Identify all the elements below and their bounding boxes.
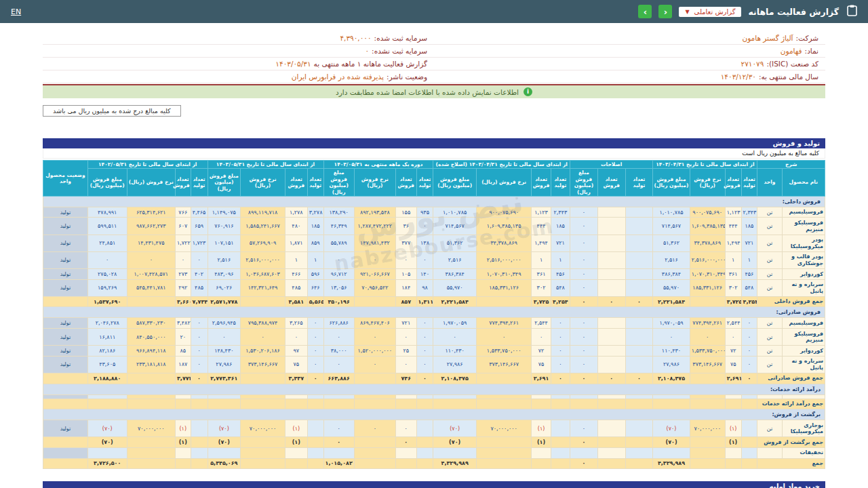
value-cell: ۱۸۵: [307, 218, 323, 235]
value-cell: ۰: [725, 329, 741, 346]
value-cell: ۷۲: [725, 346, 741, 357]
value-cell: ۱۱۰,۴۳۰: [433, 346, 476, 357]
value-cell: ۰: [354, 329, 395, 346]
value-cell: ۳,۷۷۴: [175, 373, 191, 384]
value-cell: ۱۸۵,۳۳۱,۱۲۶: [690, 279, 725, 296]
value-cell: ۱,۱۴۹,۰۷۵: [208, 207, 241, 218]
value-cell: [476, 399, 532, 409]
product-name: جمع فروش داخلی: [757, 296, 825, 307]
value-cell: (۱): [532, 420, 551, 437]
value-cell: ۰: [191, 329, 208, 346]
value-cell: [241, 437, 285, 448]
value-cell: ۰: [597, 296, 625, 307]
column-header: مبلغ فروش (میلیون ریال): [87, 169, 127, 197]
value-cell: ۱: [741, 251, 757, 268]
unit-cell: تن: [757, 235, 782, 251]
value-cell: [597, 346, 625, 357]
product-status-cell: تولید: [43, 346, 88, 357]
value-cell: ۲۰: [175, 329, 191, 346]
value-cell: ۷۲۱: [551, 235, 570, 251]
value-cell: [241, 458, 285, 469]
info-value: ۰: [365, 47, 369, 55]
clipboard-icon: [847, 5, 857, 19]
value-cell: ۷۰,۰۰۰,۰۰۰: [476, 420, 532, 437]
value-cell: [625, 269, 653, 280]
value-cell: (۱): [175, 420, 191, 437]
value-cell: ۰: [191, 318, 208, 329]
value-cell: ۶۰۷: [175, 218, 191, 235]
info-icon: i: [524, 87, 532, 96]
value-cell: [307, 437, 323, 448]
prev-page-button[interactable]: ‹: [638, 5, 652, 18]
unit-cell: تن: [757, 356, 782, 373]
value-cell: [354, 447, 395, 458]
value-cell: ۳۷۷: [395, 235, 416, 251]
product-name: جمع درآمد ارائه خدمات: [757, 399, 825, 409]
value-cell: ۱,۶۰۹,۳۸۵,۱۳۵: [690, 218, 725, 235]
value-cell: ۶۲۶,۸۸۶: [323, 318, 354, 329]
unit-cell: تن: [757, 218, 782, 235]
value-cell: [597, 458, 625, 469]
value-cell: [354, 399, 395, 409]
value-cell: ۲,۳۴۳: [741, 207, 757, 218]
value-cell: ۰: [395, 329, 416, 346]
value-cell: ۳,۷۲۵: [532, 296, 551, 307]
value-cell: [597, 399, 625, 409]
value-cell: ۰: [551, 373, 570, 384]
value-cell: ۱,۹۷۰,۰۵۹: [653, 318, 690, 329]
production-sales-table: شرحاز ابتدای سال مالی تا تاریخ ۱۴۰۳/۰۴/۳…: [43, 160, 825, 469]
info-label: سرمایه ثبت نشده:: [372, 47, 427, 55]
value-cell: ۸۶۹,۴۶۷,۴۰۶: [354, 318, 395, 329]
value-cell: ۳,۷۲۶,۵۰۰: [87, 458, 127, 469]
value-cell: (۱): [285, 437, 307, 448]
language-toggle-en[interactable]: EN: [11, 7, 21, 16]
unit-cell: تن: [757, 207, 782, 218]
value-cell: ۴۳,۶۰۵: [87, 356, 127, 373]
section-label: برگشت از فروش:: [43, 409, 825, 420]
column-header: مبلغ فروش (میلیون ریال): [653, 169, 690, 197]
value-cell: (۱): [725, 420, 741, 437]
value-cell: ۰: [551, 329, 570, 346]
value-cell: ۰: [191, 251, 208, 268]
value-cell: ۰: [570, 207, 598, 218]
value-cell: [597, 235, 625, 251]
table-row: کوردوایرتن۰۷۲۱,۵۳۳,۷۵۰,۰۰۰۱۱۰,۴۳۰۰۰۷۲۱,۵…: [43, 346, 825, 357]
product-status-cell: تولید: [43, 318, 88, 329]
value-cell: [597, 437, 625, 448]
product-status-cell: تولید: [43, 251, 88, 268]
value-cell: (۷۰): [653, 437, 690, 448]
value-cell: ۴۷۸,۹۹۱: [87, 207, 127, 218]
value-cell: ۲,۵۱۶: [653, 251, 690, 268]
next-page-button[interactable]: ›: [658, 5, 672, 18]
value-cell: ۰: [741, 329, 757, 346]
value-cell: ۴۵۶: [551, 269, 570, 280]
value-cell: ۸۴۰,۵۵۰,۰۰۰: [127, 329, 175, 346]
value-cell: [625, 447, 653, 458]
value-cell: [354, 373, 395, 384]
value-cell: [416, 399, 433, 409]
product-status-cell: تولید: [43, 269, 88, 280]
company-info-cell: شرکت:آلیاژ گستر هامون: [434, 32, 825, 44]
value-cell: ۱,۲۷۸: [285, 207, 307, 218]
value-cell: ۱۰۵: [395, 269, 416, 280]
value-cell: [597, 329, 625, 346]
report-type-dropdown[interactable]: ▼ گزارش تعاملی: [679, 7, 741, 17]
value-cell: [127, 399, 175, 409]
value-cell: [307, 420, 323, 437]
value-cell: ۵۹۹,۵۱۱: [87, 218, 127, 235]
value-cell: ۳,۴۳۷: [285, 373, 307, 384]
value-cell: ۰: [354, 420, 395, 437]
value-cell: ۰: [416, 329, 433, 346]
value-cell: (۱): [532, 437, 551, 448]
value-cell: ۲,۱۰۸,۴۷۵: [433, 373, 476, 384]
company-info-row: نماد:فهامونسرمایه ثبت نشده:۰: [43, 45, 825, 58]
product-name: فروسیلیسیم: [782, 207, 825, 218]
status-cell-empty: [43, 458, 88, 469]
value-cell: ۰: [570, 269, 598, 280]
product-name: پودر قالب و جوشکاری: [782, 251, 825, 268]
value-cell: ۱,۰۷۰,۳۱۰,۳۴۹: [476, 269, 532, 280]
value-cell: ۸۹۹,۱۱۹,۷۱۸: [241, 207, 285, 218]
product-name: جمع فروش صادراتی: [757, 373, 825, 384]
section-row: درآمد ارائه خدمات:: [43, 384, 825, 394]
column-group-header: دوره یک ماهه منتهی به ۱۴۰۳/۰۵/۳۱: [323, 161, 433, 169]
